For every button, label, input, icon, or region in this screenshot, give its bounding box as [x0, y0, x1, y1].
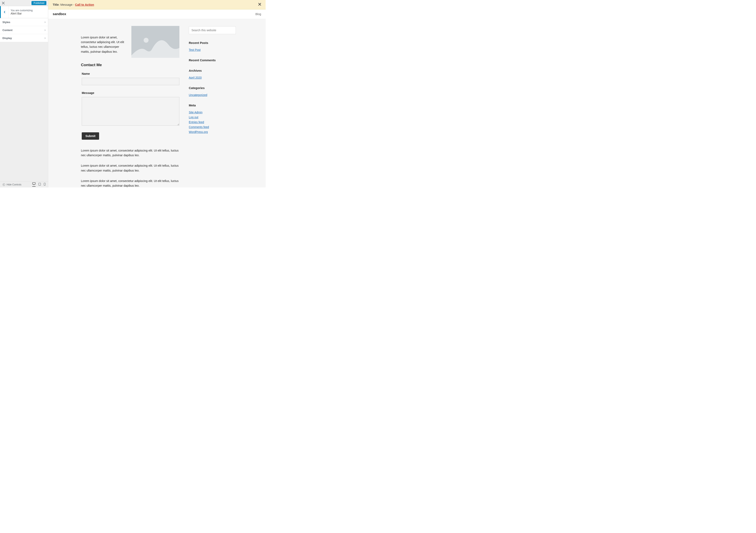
chevron-right-icon: ›	[44, 20, 45, 24]
widget-meta: Meta Site Admin Log out Entries feed Com…	[189, 104, 236, 134]
close-icon	[258, 3, 261, 6]
tablet-icon	[39, 183, 41, 186]
mobile-device-button[interactable]	[44, 183, 45, 186]
svg-point-0	[3, 183, 5, 186]
page-body[interactable]: Lorem ipsum dolor sit amet, consectetur …	[48, 19, 266, 188]
preview-pane: Title: Message - Call to Action sandbox …	[48, 0, 266, 188]
sidebar-subtitle: You are customizing	[11, 9, 33, 12]
meta-link[interactable]: Log out	[189, 115, 236, 119]
recent-post-link[interactable]: Test Post	[189, 48, 236, 51]
meta-link[interactable]: Site Admin	[189, 111, 236, 114]
close-icon	[2, 2, 5, 5]
close-customizer-button[interactable]	[2, 1, 5, 5]
customizer-controls: Styles › Content › Display ›	[0, 18, 48, 42]
main-column: Lorem ipsum dolor sit amet, consectetur …	[81, 26, 179, 188]
collapse-icon	[2, 183, 5, 186]
widget-title: Recent Comments	[189, 59, 236, 62]
meta-link[interactable]: WordPress.org	[189, 130, 236, 134]
alert-cta-link[interactable]: Call to Action	[75, 3, 94, 6]
image-placeholder	[131, 26, 179, 58]
customizer-section-header: You are customizing Alert Bar	[0, 6, 48, 18]
search-input[interactable]	[189, 26, 236, 34]
alert-close-button[interactable]	[258, 2, 261, 7]
device-switcher	[32, 182, 45, 187]
meta-link[interactable]: Entries feed	[189, 120, 236, 124]
contact-heading: Contact Me	[81, 63, 179, 67]
message-textarea[interactable]	[82, 97, 179, 126]
published-badge[interactable]: Published	[32, 1, 46, 5]
sidebar-top: Published	[0, 0, 48, 6]
site-title[interactable]: sandbox	[53, 12, 66, 16]
image-icon	[131, 26, 179, 58]
customizer-sidebar: Published You are customizing Alert Bar …	[0, 0, 48, 188]
name-label: Name	[82, 72, 179, 75]
svg-point-3	[40, 185, 40, 185]
sidebar-widgets: Recent Posts Test Post Recent Comments A…	[189, 26, 236, 188]
widget-recent-comments: Recent Comments	[189, 59, 236, 62]
svg-rect-1	[33, 183, 35, 184]
sidebar-item-styles[interactable]: Styles ›	[0, 18, 48, 26]
desktop-device-button[interactable]	[32, 182, 36, 187]
widget-title: Categories	[189, 86, 236, 89]
chevron-right-icon: ›	[44, 36, 45, 40]
widget-title: Recent Posts	[189, 41, 236, 44]
paragraph: Lorem ipsum dolor sit amet, consectetur …	[81, 148, 179, 158]
paragraph: Lorem ipsum dolor sit amet, consectetur …	[81, 164, 179, 173]
desktop-icon	[32, 182, 36, 185]
alert-bar: Title: Message - Call to Action	[48, 0, 266, 10]
name-input[interactable]	[82, 78, 179, 85]
back-button[interactable]	[1, 6, 9, 18]
widget-archives: Archives April 2020	[189, 69, 236, 79]
sidebar-item-label: Styles	[2, 21, 10, 24]
hide-controls-button[interactable]: Hide Controls	[2, 183, 21, 186]
chevron-right-icon: ›	[44, 28, 45, 32]
sidebar-footer: Hide Controls	[0, 181, 48, 188]
widget-title: Archives	[189, 69, 236, 72]
meta-link[interactable]: Comments feed	[189, 125, 236, 129]
submit-button[interactable]: Submit	[82, 132, 99, 140]
category-link[interactable]: Uncategorized	[189, 93, 236, 97]
sidebar-item-display[interactable]: Display ›	[0, 34, 48, 42]
sidebar-title: Alert Bar	[11, 12, 33, 15]
svg-point-7	[144, 38, 148, 43]
tablet-device-button[interactable]	[39, 183, 41, 186]
site-header: sandbox Blog	[48, 10, 266, 19]
chevron-left-icon	[4, 11, 6, 13]
paragraph: Lorem ipsum dolor sit amet, consectetur …	[81, 179, 179, 188]
archive-link[interactable]: April 2020	[189, 76, 236, 79]
sidebar-item-label: Display	[2, 37, 12, 39]
intro-text: Lorem ipsum dolor sit amet, consectetur …	[81, 26, 125, 58]
nav-link-blog[interactable]: Blog	[256, 13, 261, 16]
widget-recent-posts: Recent Posts Test Post	[189, 41, 236, 51]
sidebar-item-content[interactable]: Content ›	[0, 26, 48, 34]
sidebar-item-label: Content	[2, 29, 13, 32]
message-label: Message	[82, 91, 179, 94]
alert-text: Title: Message - Call to Action	[53, 3, 94, 6]
mobile-icon	[44, 183, 45, 186]
widget-categories: Categories Uncategorized	[189, 86, 236, 97]
widget-title: Meta	[189, 104, 236, 107]
